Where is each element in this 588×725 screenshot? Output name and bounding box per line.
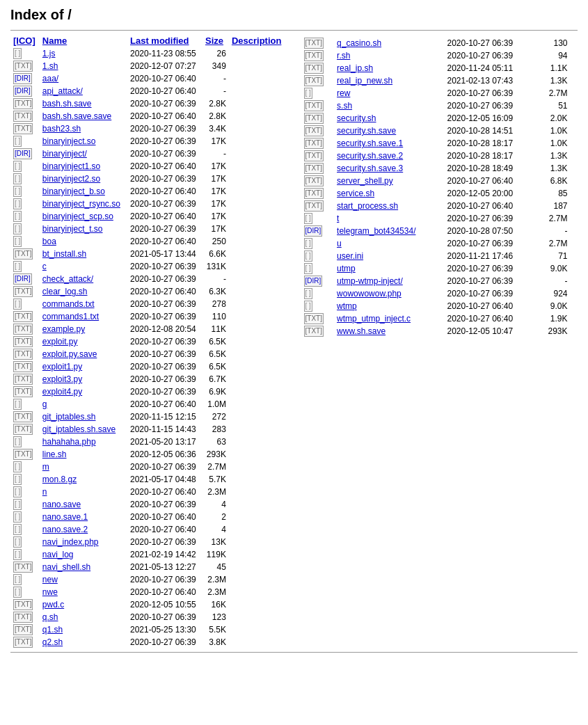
file-link[interactable]: n xyxy=(42,487,47,497)
file-name[interactable]: utmp xyxy=(334,262,444,275)
file-name[interactable]: q2.sh xyxy=(40,636,127,648)
file-name[interactable]: exploit3.py xyxy=(40,373,127,385)
file-link[interactable]: commands1.txt xyxy=(42,312,99,321)
file-link[interactable]: exploit.py.save xyxy=(42,349,97,359)
file-name[interactable]: q_casino.sh xyxy=(334,37,444,49)
file-link[interactable]: hahahaha.php xyxy=(42,437,96,447)
file-name[interactable]: q.sh xyxy=(40,611,127,623)
file-name[interactable]: service.sh xyxy=(334,187,444,200)
file-link[interactable]: 1.sh xyxy=(42,61,58,71)
file-link[interactable]: utmp xyxy=(337,264,356,273)
file-name[interactable]: server_shell.py xyxy=(334,175,444,187)
file-link[interactable]: www.sh.save xyxy=(337,326,386,336)
file-link[interactable]: clear_log.sh xyxy=(42,287,88,296)
file-link[interactable]: security.sh.save xyxy=(337,126,396,136)
file-name[interactable]: git_iptables.sh xyxy=(40,411,127,423)
file-link[interactable]: navi_index.php xyxy=(42,537,99,547)
file-name[interactable]: clear_log.sh xyxy=(40,285,127,298)
file-name[interactable]: c xyxy=(40,260,127,273)
file-name[interactable]: exploit.py xyxy=(40,335,127,348)
file-name[interactable]: real_ip_new.sh xyxy=(334,74,444,87)
file-name[interactable]: mon.8.gz xyxy=(40,473,127,486)
date-header-link[interactable]: Last modified xyxy=(130,35,189,46)
file-link[interactable]: bash23.sh xyxy=(42,124,81,134)
file-name[interactable]: n xyxy=(40,486,127,498)
file-link[interactable]: rew xyxy=(337,88,350,98)
file-link[interactable]: security.sh.save.3 xyxy=(337,164,403,173)
file-link[interactable]: exploit.py xyxy=(42,337,78,346)
file-link[interactable]: security.sh xyxy=(337,113,376,123)
file-name[interactable]: g xyxy=(40,398,127,411)
file-link[interactable]: r.sh xyxy=(337,51,350,61)
file-name[interactable]: line.sh xyxy=(40,448,127,461)
file-name[interactable]: wtmp xyxy=(334,300,444,312)
file-name[interactable]: r.sh xyxy=(334,49,444,62)
file-name[interactable]: navi_shell.sh xyxy=(40,561,127,573)
file-link[interactable]: binaryinject_b.so xyxy=(42,186,105,196)
file-link[interactable]: line.sh xyxy=(42,449,67,459)
file-name[interactable]: wtmp_utmp_inject.c xyxy=(334,312,444,325)
file-name[interactable]: 1.sh xyxy=(40,60,127,72)
file-name[interactable]: binaryinject.so xyxy=(40,135,127,148)
file-link[interactable]: api_attack/ xyxy=(42,86,83,96)
file-name[interactable]: api_attack/ xyxy=(40,85,127,97)
file-name[interactable]: binaryinject_scp.so xyxy=(40,210,127,223)
file-link[interactable]: c xyxy=(42,262,47,271)
ico-header-link[interactable]: [ICO] xyxy=(13,35,35,46)
file-link[interactable]: u xyxy=(337,239,342,248)
file-name[interactable]: security.sh.save.2 xyxy=(334,150,444,162)
file-link[interactable]: wtmp xyxy=(337,301,357,311)
file-name[interactable]: bash.sh.save xyxy=(40,97,127,110)
file-link[interactable]: commands.txt xyxy=(42,299,95,309)
file-link[interactable]: q.sh xyxy=(42,612,58,622)
file-name[interactable]: commands.txt xyxy=(40,298,127,310)
file-link[interactable]: start_process.sh xyxy=(337,201,398,211)
file-name[interactable]: rew xyxy=(334,87,444,99)
file-name[interactable]: new xyxy=(40,573,127,586)
file-link[interactable]: bash.sh.save xyxy=(42,99,92,109)
file-name[interactable]: bash.sh.save.save xyxy=(40,110,127,122)
file-name[interactable]: utmp-wtmp-inject/ xyxy=(334,275,444,287)
file-link[interactable]: binaryinject1.so xyxy=(42,161,100,171)
file-link[interactable]: g xyxy=(42,399,47,409)
file-link[interactable]: binaryinject_scp.so xyxy=(42,212,113,221)
file-name[interactable]: pwd.c xyxy=(40,598,127,611)
file-name[interactable]: m xyxy=(40,461,127,473)
file-link[interactable]: navi_shell.sh xyxy=(42,562,90,572)
file-link[interactable]: m xyxy=(42,462,49,472)
file-link[interactable]: bt_install.sh xyxy=(42,249,86,259)
file-name[interactable]: nano.save.2 xyxy=(40,523,127,536)
file-link[interactable]: utmp-wtmp-inject/ xyxy=(337,276,403,286)
file-link[interactable]: navi_log xyxy=(42,550,74,559)
file-name[interactable]: security.sh xyxy=(334,112,444,125)
file-name[interactable]: binaryinject/ xyxy=(40,148,127,160)
file-link[interactable]: real_ip.sh xyxy=(337,63,373,73)
file-name[interactable]: exploit4.py xyxy=(40,385,127,398)
file-name[interactable]: real_ip.sh xyxy=(334,62,444,74)
file-name[interactable]: bt_install.sh xyxy=(40,248,127,260)
size-header-link[interactable]: Size xyxy=(205,35,223,46)
name-header-link[interactable]: Name xyxy=(42,35,67,46)
file-link[interactable]: server_shell.py xyxy=(337,176,393,186)
file-name[interactable]: nwe xyxy=(40,586,127,598)
file-name[interactable]: exploit1.py xyxy=(40,360,127,373)
file-link[interactable]: wowowowow.php xyxy=(337,289,402,298)
file-link[interactable]: s.sh xyxy=(337,101,352,111)
file-link[interactable]: security.sh.save.2 xyxy=(337,151,403,161)
file-link[interactable]: q1.sh xyxy=(42,625,63,635)
file-link[interactable]: binaryinject_t.so xyxy=(42,224,103,234)
file-link[interactable]: nano.save.2 xyxy=(42,525,88,534)
file-name[interactable]: security.sh.save xyxy=(334,125,444,137)
file-name[interactable]: 1.js xyxy=(40,47,127,60)
file-link[interactable]: nano.save.1 xyxy=(42,512,88,522)
file-link[interactable]: binaryinject_rsync.so xyxy=(42,199,120,209)
file-link[interactable]: q_casino.sh xyxy=(337,38,381,48)
file-name[interactable]: binaryinject_b.so xyxy=(40,185,127,198)
file-name[interactable]: s.sh xyxy=(334,99,444,112)
file-link[interactable]: git_iptables.sh xyxy=(42,412,96,422)
file-link[interactable]: nwe xyxy=(42,587,58,597)
file-link[interactable]: wtmp_utmp_inject.c xyxy=(337,314,411,324)
file-link[interactable]: exploit4.py xyxy=(42,387,82,397)
file-link[interactable]: pwd.c xyxy=(42,600,64,610)
file-name[interactable]: u xyxy=(334,237,444,250)
